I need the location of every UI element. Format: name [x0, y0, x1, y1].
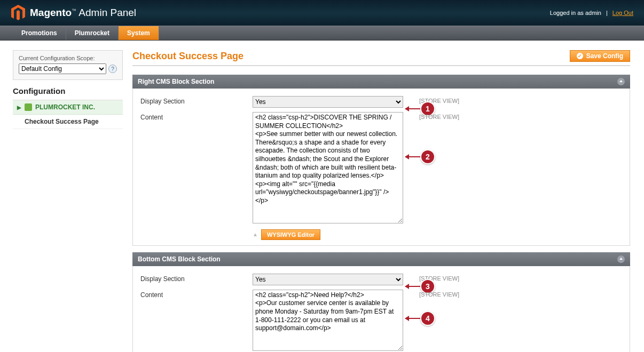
- save-config-button[interactable]: ✓ Save Config: [570, 50, 630, 62]
- scope-hint: [STORE VIEW]: [419, 112, 459, 120]
- check-icon: ✓: [577, 53, 583, 59]
- scope-select[interactable]: Default Config: [19, 63, 106, 74]
- main-menu: PromotionsPlumrocketSystem: [0, 26, 644, 41]
- content-textarea[interactable]: [253, 112, 403, 223]
- display-section-select[interactable]: Yes: [253, 96, 403, 108]
- sidebar-link-checkout-success[interactable]: Checkout Success Page: [13, 115, 123, 129]
- sidebar-group-plumrocket[interactable]: ▶ PLUMROCKET INC.: [13, 100, 123, 115]
- scope-hint: [STORE VIEW]: [419, 96, 459, 104]
- page-title: Checkout Success Page: [132, 51, 244, 62]
- logged-in-text: Logged in as admin: [550, 10, 601, 16]
- annotation-marker: 4: [405, 311, 435, 326]
- sidebar: Current Configuration Scope: Default Con…: [0, 50, 132, 352]
- config-heading: Configuration: [13, 86, 123, 95]
- arrow-up-icon: ▲: [253, 231, 258, 237]
- magento-icon: [11, 5, 26, 21]
- plumrocket-icon: [25, 103, 32, 111]
- menu-item-promotions[interactable]: Promotions: [13, 26, 66, 40]
- display-section-select[interactable]: Yes: [253, 274, 403, 285]
- help-icon[interactable]: ?: [108, 65, 117, 73]
- menu-item-plumrocket[interactable]: Plumrocket: [66, 26, 119, 40]
- config-scope-box: Current Configuration Scope: Default Con…: [13, 50, 123, 80]
- field-label-content: Content: [140, 290, 253, 299]
- logo: Magento™ Admin Panel: [11, 5, 136, 21]
- section-header[interactable]: Bottom CMS Block Section: [132, 252, 630, 266]
- annotation-marker: 2: [405, 149, 435, 164]
- logout-link[interactable]: Log Out: [612, 10, 633, 16]
- collapse-icon[interactable]: [617, 78, 625, 85]
- field-label-content: Content: [140, 112, 253, 121]
- collapse-icon[interactable]: [617, 255, 625, 263]
- config-section: Bottom CMS Block SectionDisplay SectionY…: [132, 252, 630, 352]
- section-title: Bottom CMS Block Section: [138, 255, 221, 263]
- config-section: Right CMS Block SectionDisplay SectionYe…: [132, 75, 630, 246]
- section-title: Right CMS Block Section: [138, 78, 214, 85]
- scope-hint: [STORE VIEW]: [419, 274, 459, 282]
- scope-hint: [STORE VIEW]: [419, 290, 459, 298]
- section-header[interactable]: Right CMS Block Section: [132, 75, 630, 89]
- content-textarea[interactable]: [253, 290, 403, 351]
- side-nav: ▶ PLUMROCKET INC. Checkout Success Page: [13, 100, 123, 129]
- menu-item-system[interactable]: System: [119, 26, 159, 40]
- admin-header: Magento™ Admin Panel Logged in as admin …: [0, 0, 644, 26]
- header-user-area: Logged in as admin | Log Out: [550, 10, 633, 16]
- wysiwyg-editor-button[interactable]: WYSIWYG Editor: [261, 229, 320, 240]
- chevron-right-icon: ▶: [17, 105, 21, 110]
- field-label-display: Display Section: [140, 274, 253, 283]
- main-content: Checkout Success Page ✓ Save Config Righ…: [132, 50, 644, 352]
- field-label-display: Display Section: [140, 96, 253, 105]
- scope-label: Current Configuration Scope:: [19, 55, 117, 61]
- logo-text: Magento™ Admin Panel: [30, 7, 136, 19]
